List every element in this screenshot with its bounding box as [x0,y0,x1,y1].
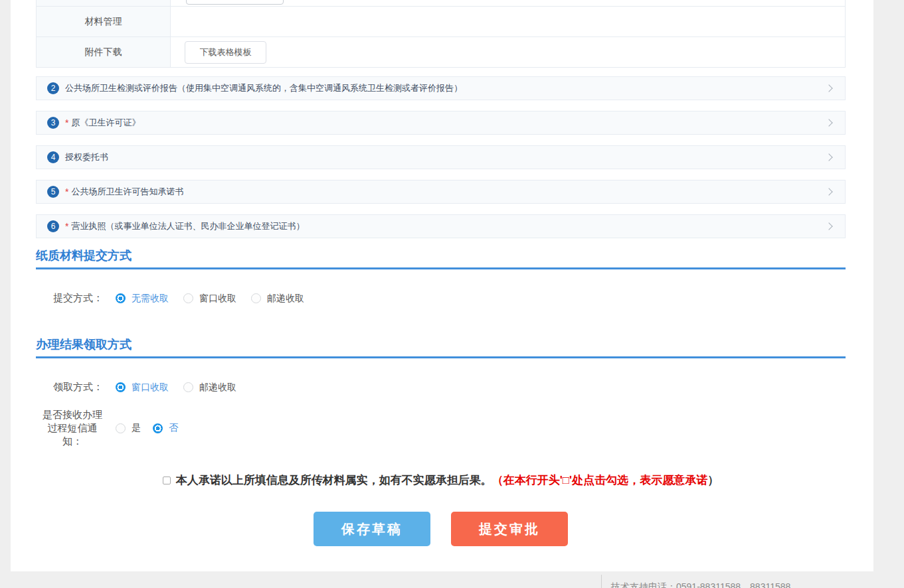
accordion-item-label: 授权委托书 [65,151,108,163]
form-content: 材料管理 附件下载 下载表格模板 2公共场所卫生检测或评价报告（使用集中空调通风… [36,0,846,546]
item-number-badge: 5 [47,186,59,198]
clipped-input[interactable] [186,0,284,5]
result-section-title: 办理结果领取方式 [36,338,846,351]
submit-method-row: 提交方式： 无需收取窗口收取邮递收取 [36,292,846,305]
attachment-download-value: 下载表格模板 [171,37,845,67]
table-row: 附件下载 下载表格模板 [37,37,845,68]
save-draft-button[interactable]: 保存草稿 [314,512,430,546]
radio-option-label: 无需收取 [132,293,169,305]
table-row-clipped [37,0,845,7]
chevron-right-icon [825,153,832,161]
commitment-warning: （在本行开头'□'处点击勾选，表示愿意承诺 [492,474,707,486]
radio-option[interactable]: 无需收取 [116,293,169,305]
item-number-badge: 4 [47,151,59,163]
accordion-item[interactable]: 6*营业执照（或事业单位法人证书、民办非企业单位登记证书） [36,214,846,238]
radio-option-label: 否 [169,422,178,434]
submit-approval-button[interactable]: 提交审批 [451,512,568,546]
footer-support-text: 技术支持电话：0591-88311588、88311588 [611,581,790,588]
accordion-item[interactable]: 2公共场所卫生检测或评价报告（使用集中空调通风系统的，含集中空调通风系统卫生检测… [36,76,846,100]
radio-icon[interactable] [183,382,193,392]
item-number-badge: 3 [47,117,59,129]
download-template-button[interactable]: 下载表格模板 [185,41,266,64]
receive-method-label: 领取方式： [36,381,103,394]
chevron-right-icon [825,222,832,230]
accordion-item-label: 营业执照（或事业单位法人证书、民办非企业单位登记证书） [71,220,304,232]
required-asterisk: * [65,117,68,128]
radio-icon[interactable] [116,382,126,392]
sms-label-line: 是否接收办理 [36,408,109,421]
radio-option[interactable]: 窗口收取 [183,293,236,305]
result-section-header: 办理结果领取方式 [36,338,846,358]
material-table: 材料管理 附件下载 下载表格模板 [36,0,846,68]
radio-option[interactable]: 邮递收取 [251,293,304,305]
submit-method-label: 提交方式： [36,292,103,305]
radio-icon[interactable] [153,423,163,433]
sms-options: 是否 [116,422,190,434]
form-card: 材料管理 附件下载 下载表格模板 2公共场所卫生检测或评价报告（使用集中空调通风… [11,0,873,571]
table-label-cell [37,0,171,6]
receive-method-row: 领取方式： 窗口收取邮递收取 [36,381,846,394]
commitment-checkbox[interactable] [163,477,171,484]
radio-option[interactable]: 否 [153,422,178,434]
accordion-item[interactable]: 3*原《卫生许可证》 [36,111,846,135]
material-manage-value [171,7,845,37]
sms-label-line: 知： [36,435,109,448]
commitment-closing-paren: ） [707,474,719,486]
radio-option[interactable]: 窗口收取 [116,382,169,394]
receive-method-options: 窗口收取邮递收取 [116,382,251,394]
action-buttons: 保存草稿 提交审批 [36,512,846,546]
material-manage-label: 材料管理 [37,7,171,37]
radio-option-label: 窗口收取 [199,293,236,305]
accordion-item-label: 原《卫生许可证》 [71,117,140,129]
item-number-badge: 6 [47,220,59,232]
table-row: 材料管理 [37,7,845,37]
radio-option-label: 窗口收取 [132,382,169,394]
radio-icon[interactable] [116,293,126,303]
chevron-right-icon [825,119,832,126]
accordion-item[interactable]: 4授权委托书 [36,145,846,169]
radio-option[interactable]: 是 [116,422,141,434]
paper-section-title: 纸质材料提交方式 [36,250,846,262]
item-number-badge: 2 [47,82,59,94]
accordion-item[interactable]: 5*公共场所卫生许可告知承诺书 [36,180,846,204]
accordion-item-label: 公共场所卫生许可告知承诺书 [71,186,183,198]
accordion-item-label: 公共场所卫生检测或评价报告（使用集中空调通风系统的，含集中空调通风系统卫生检测或… [65,82,462,94]
chevron-right-icon [825,188,832,195]
commitment-statement: 本人承诺以上所填信息及所传材料属实，如有不实愿承担后果。 [176,474,492,486]
footer-divider [601,575,602,588]
radio-option-label: 邮递收取 [267,293,304,305]
paper-section-header: 纸质材料提交方式 [36,250,846,269]
sms-notify-row: 是否接收办理过程短信通知： 是否 [36,408,846,448]
required-asterisk: * [65,186,68,197]
radio-icon[interactable] [251,293,261,303]
sms-notify-label: 是否接收办理过程短信通知： [36,408,109,448]
table-value-cell [171,0,845,6]
radio-icon[interactable] [116,423,126,433]
submit-method-options: 无需收取窗口收取邮递收取 [116,293,319,305]
commitment-text: 本人承诺以上所填信息及所传材料属实，如有不实愿承担后果。（在本行开头'□'处点击… [176,473,719,488]
chevron-right-icon [825,84,832,92]
radio-icon[interactable] [183,293,193,303]
commitment-row: 本人承诺以上所填信息及所传材料属实，如有不实愿承担后果。（在本行开头'□'处点击… [36,473,846,488]
accordion-list: 2公共场所卫生检测或评价报告（使用集中空调通风系统的，含集中空调通风系统卫生检测… [36,76,846,238]
radio-option-label: 邮递收取 [199,382,236,394]
attachment-download-label: 附件下载 [37,37,171,67]
required-asterisk: * [65,221,68,232]
sms-label-line: 过程短信通 [36,421,109,435]
radio-option-label: 是 [132,422,141,434]
radio-option[interactable]: 邮递收取 [183,382,236,394]
